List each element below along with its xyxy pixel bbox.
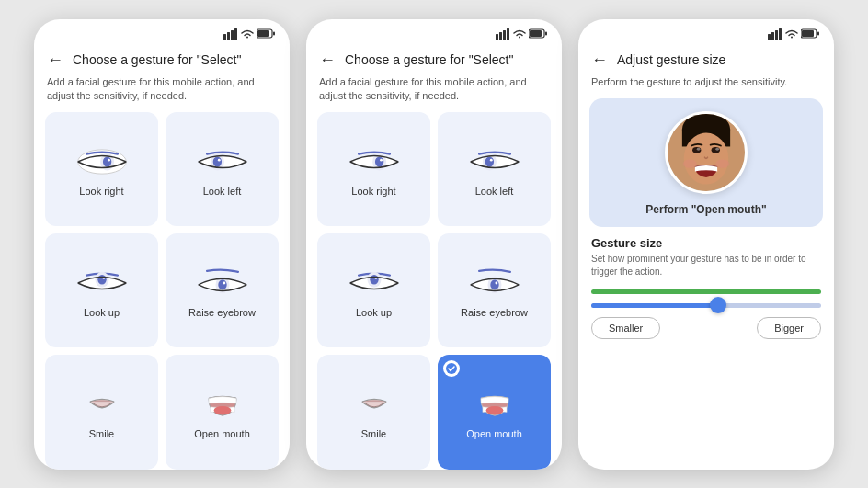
slider-fill (591, 303, 718, 308)
gesture-card-smile-2[interactable]: Smile (317, 355, 430, 469)
slider-thumb[interactable] (710, 297, 726, 313)
svg-rect-47 (802, 30, 814, 37)
subtitle-2: Add a facial gesture for this mobile act… (306, 75, 562, 113)
svg-rect-21 (496, 34, 498, 40)
status-bar-2 (306, 19, 562, 45)
svg-point-32 (485, 157, 493, 167)
svg-point-10 (108, 159, 110, 162)
back-button-1[interactable]: ← (47, 51, 63, 70)
gesture-icon-raise-eyebrow-2 (467, 265, 522, 301)
gesture-label-smile-2: Smile (361, 428, 387, 439)
svg-point-38 (490, 280, 498, 290)
wifi-icon (241, 29, 254, 39)
svg-rect-24 (507, 28, 509, 40)
perform-label: Perform "Open mouth" (645, 203, 766, 216)
gesture-label-look-right-1: Look right (79, 186, 123, 197)
gesture-icon-smile-2 (347, 386, 402, 423)
svg-point-12 (212, 157, 221, 167)
bigger-button[interactable]: Bigger (757, 317, 821, 339)
back-button-2[interactable]: ← (319, 51, 336, 70)
gesture-card-look-right-1[interactable]: Look right (45, 112, 158, 226)
battery-icon-3 (801, 28, 819, 39)
status-icons-2 (496, 28, 547, 40)
svg-rect-23 (503, 30, 506, 40)
svg-rect-3 (234, 28, 237, 40)
gesture-card-look-up-2[interactable]: Look up (317, 233, 430, 347)
gesture-label-raise-eyebrow-2: Raise eyebrow (461, 307, 528, 318)
gesture-label-open-mouth-1: Open mouth (194, 428, 250, 439)
svg-point-30 (380, 159, 383, 162)
svg-point-35 (370, 275, 378, 284)
screen-title-1: Choose a gesture for "Select" (73, 52, 241, 67)
svg-point-15 (97, 275, 106, 284)
svg-point-55 (697, 148, 701, 151)
svg-point-9 (102, 157, 110, 167)
svg-point-39 (495, 282, 497, 285)
svg-rect-44 (775, 30, 778, 40)
gesture-card-raise-eyebrow-2[interactable]: Raise eyebrow (438, 233, 551, 347)
back-button-3[interactable]: ← (591, 51, 608, 70)
gesture-label-look-up-2: Look up (356, 307, 392, 318)
gesture-card-look-left-2[interactable]: Look left (438, 112, 551, 226)
top-bar-2: ← Choose a gesture for "Select" (306, 45, 562, 75)
svg-rect-2 (231, 30, 234, 40)
svg-rect-5 (257, 30, 269, 37)
phone-2: ← Choose a gesture for "Select" Add a fa… (306, 19, 562, 470)
gesture-icon-look-right-2 (347, 143, 402, 180)
status-bar-3 (578, 19, 834, 45)
status-icons-3 (768, 28, 819, 40)
gesture-label-look-up-1: Look up (84, 307, 120, 318)
svg-point-54 (712, 147, 720, 153)
face-camera (665, 111, 748, 194)
svg-point-29 (374, 157, 383, 167)
gesture-grid-1: Look right Look left (34, 112, 290, 469)
svg-rect-6 (273, 32, 275, 36)
wifi-icon-3 (785, 29, 798, 39)
gesture-label-look-left-2: Look left (475, 186, 514, 197)
svg-rect-0 (223, 34, 226, 40)
svg-point-56 (715, 148, 719, 151)
gesture-card-look-up-1[interactable]: Look up (45, 233, 158, 347)
phone-3: ← Adjust gesture size Perform the gestur… (578, 19, 834, 470)
gesture-label-open-mouth-2: Open mouth (466, 428, 522, 439)
gesture-icon-raise-eyebrow (195, 265, 250, 301)
gesture-card-open-mouth-1[interactable]: Open mouth (166, 355, 279, 469)
gesture-card-raise-eyebrow-1[interactable]: Raise eyebrow (166, 233, 279, 347)
screen-title-2: Choose a gesture for "Select" (345, 52, 513, 67)
gesture-icon-look-up-2 (347, 265, 402, 301)
svg-rect-1 (227, 32, 230, 40)
gesture-icon-look-left-2 (467, 143, 522, 180)
gesture-label-raise-eyebrow-1: Raise eyebrow (188, 307, 256, 318)
signal-icon-3 (768, 28, 782, 40)
gesture-label-look-left-1: Look left (203, 186, 242, 197)
svg-point-57 (683, 159, 697, 167)
gesture-label-smile-1: Smile (89, 428, 115, 439)
gesture-card-open-mouth-2[interactable]: Open mouth (438, 355, 551, 469)
svg-rect-42 (768, 34, 771, 40)
svg-rect-48 (817, 32, 819, 36)
video-container: Perform "Open mouth" (589, 98, 823, 227)
svg-rect-43 (771, 32, 774, 40)
svg-point-20 (213, 406, 231, 414)
smaller-button[interactable]: Smaller (591, 317, 660, 339)
gesture-size-title: Gesture size (591, 236, 821, 250)
gesture-icon-look-left (195, 143, 250, 180)
screen-title-3: Adjust gesture size (617, 52, 725, 67)
blue-slider-track[interactable] (591, 303, 821, 308)
gesture-card-smile-1[interactable]: Smile (45, 355, 158, 469)
gesture-label-look-right-2: Look right (351, 186, 395, 197)
phone-1: ← Choose a gesture for "Select" Add a fa… (34, 19, 290, 470)
gesture-grid-2: Look right Look left (306, 112, 562, 469)
slider-buttons: Smaller Bigger (591, 317, 821, 339)
svg-point-58 (715, 159, 729, 167)
battery-icon-2 (529, 28, 547, 39)
adjust-subtitle: Perform the gesture to adjust the sensit… (578, 75, 834, 98)
svg-rect-26 (530, 30, 542, 37)
svg-point-18 (218, 280, 226, 290)
svg-rect-27 (545, 32, 547, 36)
gesture-card-look-right-2[interactable]: Look right (317, 112, 430, 226)
battery-icon (257, 28, 275, 39)
green-slider-track[interactable] (591, 289, 821, 294)
gesture-card-look-left-1[interactable]: Look left (166, 112, 279, 226)
gesture-size-desc: Set how prominent your gesture has to be… (591, 253, 821, 278)
